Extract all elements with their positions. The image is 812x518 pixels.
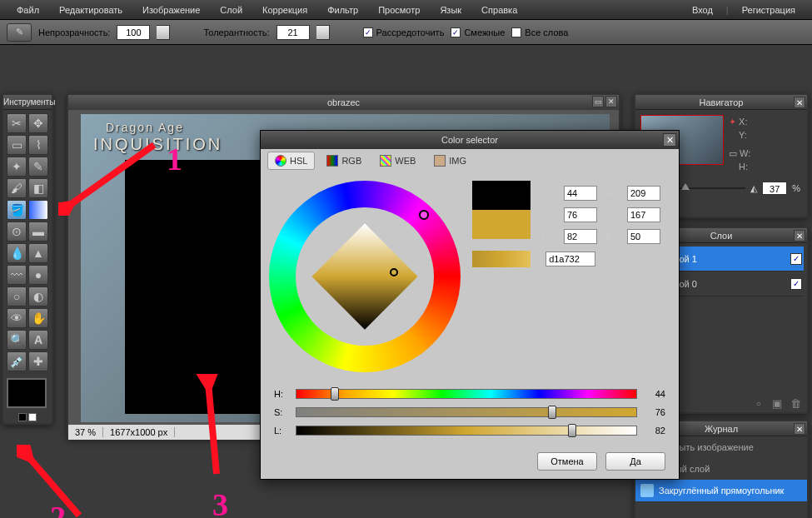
- tab-rgb[interactable]: RGB: [320, 152, 368, 169]
- scatter-checkbox[interactable]: ✓Рассредоточить: [363, 27, 445, 37]
- foreground-color[interactable]: [7, 378, 47, 408]
- opacity-input[interactable]: 100: [117, 25, 150, 40]
- hex-input[interactable]: [545, 252, 595, 266]
- blur-tool[interactable]: 💧: [7, 243, 27, 263]
- hash-label: #: [536, 254, 541, 264]
- close-icon[interactable]: ✕: [605, 96, 617, 107]
- menu-lang[interactable]: Язык: [430, 5, 471, 15]
- menu-edit[interactable]: Редактировать: [49, 5, 132, 15]
- menu-help[interactable]: Справка: [471, 5, 527, 15]
- h-label: H:: [542, 188, 555, 198]
- ok-button[interactable]: Да: [605, 452, 665, 471]
- cancel-button[interactable]: Отмена: [537, 452, 597, 471]
- menu-file[interactable]: Файл: [7, 5, 49, 15]
- burn-tool[interactable]: ◐: [28, 286, 48, 306]
- game-logo-2: INQUISITION: [93, 135, 222, 154]
- g-input[interactable]: [627, 207, 660, 222]
- zoom-tool[interactable]: 🔍: [7, 330, 27, 350]
- adjacent-checkbox[interactable]: ✓Смежные: [451, 27, 505, 37]
- clone-tool[interactable]: ⊙: [7, 222, 27, 242]
- option-bar: ✎ Непрозрачность: 100 Толерантность: 21 …: [0, 20, 812, 45]
- hue-marker[interactable]: [419, 210, 429, 220]
- sponge-tool[interactable]: ●: [28, 265, 48, 285]
- new-layer-icon[interactable]: ▫: [752, 397, 765, 411]
- lasso-tool[interactable]: ⌇: [28, 135, 48, 155]
- color-selector-title[interactable]: Color selector ✕: [261, 131, 679, 149]
- tools-panel: Инструменты ✂ ✥ ▭ ⌇ ✦ ✎ 🖌 ◧ 🪣 ⊙ ▬ 💧 ▲ 〰 …: [2, 93, 53, 425]
- old-color-swatch[interactable]: [472, 181, 531, 210]
- svg-line-1: [27, 455, 79, 516]
- register-link[interactable]: Регистрация: [732, 5, 805, 15]
- annotation-number-3: 3: [212, 486, 228, 518]
- color-wheel[interactable]: [269, 181, 461, 372]
- opacity-label: Непрозрачность:: [38, 27, 110, 37]
- new-color-swatch[interactable]: [472, 210, 531, 239]
- tab-img[interactable]: IMG: [427, 152, 473, 169]
- tools-title: Инструменты: [3, 95, 52, 110]
- sl-marker[interactable]: [390, 268, 398, 276]
- h-input[interactable]: [564, 186, 597, 201]
- tool-icon-button[interactable]: ✎: [7, 23, 32, 42]
- opacity-dropdown[interactable]: [157, 25, 170, 40]
- h-slider[interactable]: [296, 389, 637, 399]
- s-slider[interactable]: [296, 407, 637, 417]
- menu-correction[interactable]: Коррекция: [252, 5, 317, 15]
- b-label: B:: [605, 232, 619, 242]
- layer-visible-checkbox[interactable]: ✓: [790, 278, 802, 290]
- wand-tool[interactable]: ✦: [7, 157, 27, 177]
- game-logo-1: Dragon Age: [106, 121, 184, 134]
- layer-visible-checkbox[interactable]: ✓: [790, 253, 802, 265]
- type-tool[interactable]: A: [28, 330, 48, 350]
- r-label: R:: [605, 188, 619, 198]
- eyedrop-tool[interactable]: 💉: [7, 351, 27, 371]
- smudge-tool[interactable]: 〰: [7, 265, 27, 285]
- l-label: L:: [542, 232, 555, 242]
- redeye-tool[interactable]: 👁: [7, 308, 27, 328]
- allwords-checkbox[interactable]: Все слова: [511, 27, 568, 37]
- l-slider[interactable]: [296, 426, 637, 436]
- zoom-in-icon[interactable]: ◭: [750, 183, 757, 194]
- dodge-tool[interactable]: ○: [7, 286, 27, 306]
- gradient-tool[interactable]: [28, 200, 48, 220]
- menu-bar: Файл Редактировать Изображение Слой Корр…: [0, 0, 812, 20]
- maximize-icon[interactable]: ▭: [592, 96, 604, 107]
- swap-colors[interactable]: [18, 413, 27, 421]
- canvas-title[interactable]: obrazec ▭✕: [68, 95, 619, 110]
- zoom-value[interactable]: 37: [762, 182, 787, 195]
- tab-hsl[interactable]: HSL: [267, 152, 315, 170]
- shape-tool[interactable]: ▬: [28, 222, 48, 242]
- sharpen-tool[interactable]: ▲: [28, 243, 48, 263]
- pencil-tool[interactable]: ✎: [28, 157, 48, 177]
- duplicate-layer-icon[interactable]: ▣: [770, 397, 784, 411]
- bucket-tool[interactable]: 🪣: [7, 200, 27, 220]
- menu-filter[interactable]: Фильтр: [317, 5, 368, 15]
- menu-view[interactable]: Просмотр: [368, 5, 430, 15]
- marquee-tool[interactable]: ▭: [7, 135, 27, 155]
- menu-image[interactable]: Изображение: [132, 5, 210, 15]
- s-label: S:: [542, 210, 555, 220]
- hand-tool[interactable]: ✋: [28, 308, 48, 328]
- b-input[interactable]: [627, 229, 660, 244]
- menu-layer[interactable]: Слой: [210, 5, 252, 15]
- tolerance-input[interactable]: 21: [276, 25, 310, 40]
- close-icon[interactable]: ✕: [663, 133, 676, 147]
- eraser-tool[interactable]: ◧: [28, 178, 48, 198]
- close-icon[interactable]: ✕: [794, 423, 805, 435]
- annotation-arrow-2: [17, 445, 92, 518]
- delete-layer-icon[interactable]: 🗑: [789, 397, 802, 411]
- default-colors[interactable]: [28, 413, 37, 421]
- close-icon[interactable]: ✕: [794, 97, 805, 108]
- move-tool[interactable]: ✥: [28, 113, 48, 133]
- r-input[interactable]: [627, 186, 660, 201]
- brush-tool[interactable]: 🖌: [7, 178, 27, 198]
- tab-web[interactable]: WEB: [373, 152, 422, 169]
- history-item[interactable]: Закруглённый прямоугольник: [635, 480, 807, 501]
- heal-tool[interactable]: ✚: [28, 351, 48, 371]
- s-input[interactable]: [564, 207, 597, 222]
- l-input[interactable]: [564, 229, 597, 244]
- hex-swatch: [472, 251, 531, 267]
- tolerance-dropdown[interactable]: [316, 25, 330, 40]
- close-icon[interactable]: ✕: [794, 230, 805, 242]
- crop-tool[interactable]: ✂: [7, 113, 27, 133]
- login-link[interactable]: Вход: [682, 5, 723, 15]
